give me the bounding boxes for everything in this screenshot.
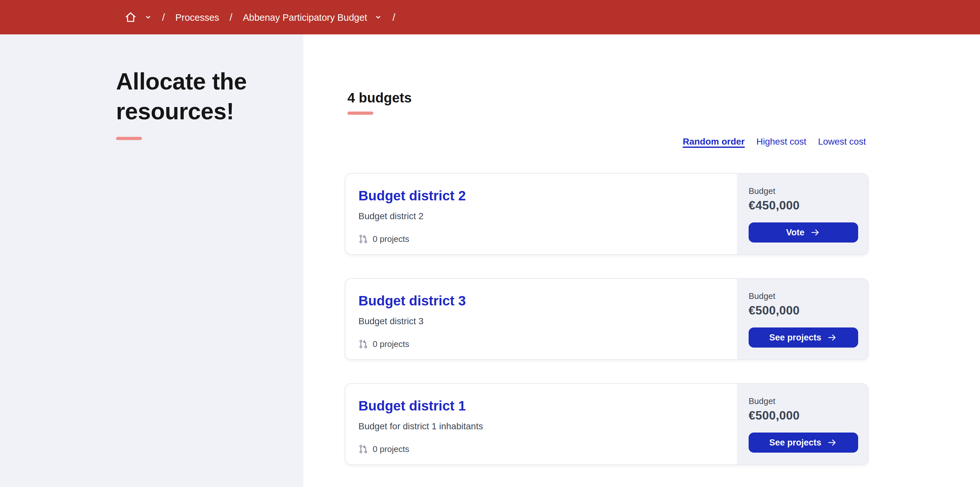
budget-card-body: Budget district 3 Budget district 3 xyxy=(345,279,737,359)
projects-count-label: 0 projects xyxy=(373,444,409,454)
budget-card-action-button[interactable]: See projects xyxy=(748,327,858,348)
title-accent-underline xyxy=(116,137,142,140)
budget-card-aside: Budget €500,000 See projects xyxy=(737,384,868,464)
breadcrumb-separator: / xyxy=(393,11,395,23)
breadcrumb-separator: / xyxy=(229,11,232,23)
budget-card-list: Budget district 2 Budget district 2 xyxy=(345,173,869,465)
sort-option-link[interactable]: Lowest cost xyxy=(818,136,866,147)
budget-card: Budget district 1 Budget for district 1 … xyxy=(345,383,869,465)
budget-amount: €500,000 xyxy=(749,409,858,423)
budget-card-title: Budget district 2 xyxy=(358,187,724,204)
breadcrumb-link-processes[interactable]: Processes xyxy=(175,12,219,22)
budget-card-title-link[interactable]: Budget district 3 xyxy=(358,293,466,308)
budget-card: Budget district 2 Budget district 2 xyxy=(345,173,869,255)
projects-icon xyxy=(358,234,368,244)
page-title: Allocate the resources! xyxy=(116,67,277,126)
breadcrumb-link-current-process[interactable]: Abbenay Participatory Budget xyxy=(243,12,367,22)
budget-amount: €500,000 xyxy=(749,303,858,318)
budget-card-aside: Budget €450,000 Vote xyxy=(737,174,868,254)
budget-amount: €450,000 xyxy=(749,198,858,213)
breadcrumb-separator: / xyxy=(162,11,165,23)
budget-card-title-link[interactable]: Budget district 2 xyxy=(358,188,466,203)
chevron-down-icon[interactable] xyxy=(375,14,382,21)
sort-options: Random order Highest cost Lowest cost xyxy=(683,136,866,147)
budgets-count-heading: 4 budgets xyxy=(347,89,980,106)
projects-icon xyxy=(358,339,368,349)
budget-card-body: Budget district 2 Budget district 2 xyxy=(345,174,737,254)
home-icon[interactable] xyxy=(124,11,137,23)
budget-card-body: Budget district 1 Budget for district 1 … xyxy=(345,384,737,464)
budget-card-description: Budget for district 1 inhabitants xyxy=(358,421,724,432)
top-bar: / Processes / Abbenay Participatory Budg… xyxy=(0,0,980,34)
projects-count-label: 0 projects xyxy=(373,339,409,349)
budget-card-projects: 0 projects xyxy=(358,444,724,454)
arrow-right-icon xyxy=(810,228,820,237)
budget-card: Budget district 3 Budget district 3 xyxy=(345,278,869,360)
sidebar: Allocate the resources! xyxy=(0,34,303,487)
budget-label: Budget xyxy=(749,186,858,196)
budget-card-action-button[interactable]: Vote xyxy=(748,222,858,243)
main-layout: Allocate the resources! 4 budgets Random… xyxy=(0,34,980,487)
heading-accent-underline xyxy=(347,112,373,115)
arrow-right-icon xyxy=(827,438,837,447)
budget-card-projects: 0 projects xyxy=(358,234,724,244)
arrow-right-icon xyxy=(827,333,837,342)
page: / Processes / Abbenay Participatory Budg… xyxy=(0,0,980,487)
breadcrumb: / Processes / Abbenay Participatory Budg… xyxy=(124,11,406,23)
budget-card-action-button[interactable]: See projects xyxy=(748,433,858,453)
budget-card-title-link[interactable]: Budget district 1 xyxy=(358,398,466,413)
action-button-label: See projects xyxy=(769,333,821,342)
projects-count-label: 0 projects xyxy=(373,234,409,244)
projects-icon xyxy=(358,444,368,454)
budget-card-title: Budget district 1 xyxy=(358,398,724,414)
budget-card-aside: Budget €500,000 See projects xyxy=(737,279,868,359)
budget-card-description: Budget district 2 xyxy=(358,211,724,222)
budget-card-title: Budget district 3 xyxy=(358,292,724,309)
budget-card-projects: 0 projects xyxy=(358,339,724,349)
action-button-label: Vote xyxy=(786,228,805,237)
budget-label: Budget xyxy=(749,291,858,301)
content-area: 4 budgets Random order Highest cost Lowe… xyxy=(303,34,980,487)
budget-label: Budget xyxy=(749,396,858,406)
sort-option-link[interactable]: Highest cost xyxy=(756,136,806,147)
sort-option-link[interactable]: Random order xyxy=(683,136,745,147)
budget-card-description: Budget district 3 xyxy=(358,316,724,327)
chevron-down-icon[interactable] xyxy=(145,14,152,21)
action-button-label: See projects xyxy=(769,438,821,447)
